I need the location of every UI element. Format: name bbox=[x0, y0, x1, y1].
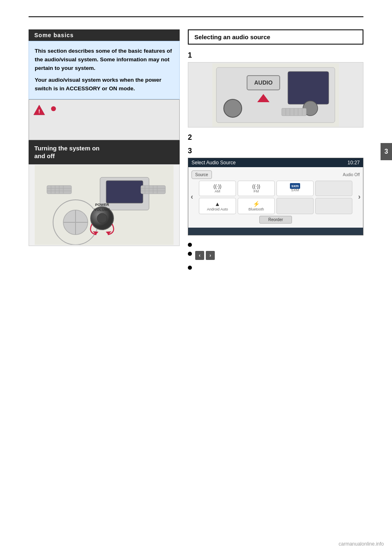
svg-text:!: ! bbox=[38, 108, 40, 114]
svg-text:AUDIO: AUDIO bbox=[254, 79, 272, 86]
warning-icon: ! bbox=[33, 104, 45, 116]
screen-empty2-btn bbox=[276, 198, 314, 214]
some-basics-header: Some basics bbox=[29, 29, 180, 41]
car-illustration: POWER VOLUME bbox=[29, 164, 180, 246]
step-1-image: AUDIO bbox=[188, 62, 363, 128]
turn-header-line1: Turning the system on bbox=[34, 145, 100, 152]
screen-sxm-btn[interactable]: sxm SXM bbox=[276, 181, 314, 196]
left-column: Some basics This section describes some … bbox=[29, 29, 180, 273]
screen-empty-btn bbox=[315, 181, 352, 196]
svg-rect-34 bbox=[288, 72, 329, 104]
screen-android-label: Android Auto bbox=[201, 207, 234, 211]
screen-header-bar: Select Audio Source 10:27 bbox=[188, 158, 363, 167]
screen-fm-btn[interactable]: ((·)) FM bbox=[238, 181, 275, 196]
screen-fm-label: FM bbox=[240, 189, 273, 193]
step-3-container: 3 Select Audio Source 10:27 bbox=[188, 147, 363, 235]
step-2-container: 2 bbox=[188, 133, 363, 142]
screen-title-text: Select Audio Source bbox=[192, 160, 236, 166]
screen-reorder-btn[interactable]: Reorder bbox=[259, 216, 292, 224]
screen-source-label: Source bbox=[195, 172, 208, 177]
screen-empty3-btn bbox=[315, 198, 352, 214]
left-arrow-btn[interactable]: ‹ bbox=[195, 251, 204, 260]
page-number-tab: 3 bbox=[381, 143, 392, 160]
warning-text bbox=[51, 105, 174, 113]
audio-source-header: Selecting an audio source bbox=[188, 29, 363, 45]
screen-audio-off: Audio Off bbox=[343, 172, 360, 177]
step-1-number: 1 bbox=[188, 51, 363, 60]
some-basics-title: Some basics bbox=[34, 32, 74, 38]
step-2-number: 2 bbox=[188, 133, 363, 142]
screen-body: Source Audio Off ‹ ((·)) AM bbox=[188, 167, 363, 228]
info-box: This section describes some of the basic… bbox=[29, 41, 180, 99]
main-content: Some basics This section describes some … bbox=[29, 29, 363, 273]
screen-right-arrow[interactable]: › bbox=[358, 192, 361, 201]
page-container: Some basics This section describes some … bbox=[0, 0, 392, 555]
svg-point-10 bbox=[97, 213, 107, 223]
page-number-text: 3 bbox=[385, 148, 388, 155]
screen-sxm-label: SXM bbox=[278, 188, 312, 192]
svg-rect-8 bbox=[106, 181, 143, 203]
top-rule bbox=[29, 16, 363, 17]
bullet-section: ‹ › bbox=[188, 241, 363, 270]
screen-android-btn[interactable]: ▲ Android Auto bbox=[199, 198, 236, 214]
step-3-screen: Select Audio Source 10:27 Source bbox=[188, 158, 363, 235]
nav-arrows: ‹ › bbox=[195, 251, 215, 260]
right-arrow-btn[interactable]: › bbox=[206, 251, 215, 260]
bullet-dot-1 bbox=[188, 243, 192, 247]
bullet-2: ‹ › bbox=[188, 250, 363, 261]
screen-reorder-container: Reorder bbox=[192, 216, 360, 224]
info-paragraph-2: Your audio/visual system works when the … bbox=[35, 76, 174, 93]
screen-subtitle-row: Source Audio Off bbox=[192, 170, 360, 179]
turn-section-header: Turning the system on and off bbox=[29, 140, 180, 164]
screen-left-arrow[interactable]: ‹ bbox=[191, 192, 193, 201]
svg-text:POWER: POWER bbox=[95, 203, 109, 207]
bullet-dot-2 bbox=[188, 252, 192, 256]
bullet-1 bbox=[188, 241, 363, 247]
step-3-number: 3 bbox=[188, 147, 363, 155]
bullet-3 bbox=[188, 264, 363, 270]
svg-text:VOLUME: VOLUME bbox=[94, 208, 110, 212]
turn-header-line2: and off bbox=[34, 152, 55, 159]
step-1-container: 1 AUDIO bbox=[188, 51, 363, 128]
screen-time: 10:27 bbox=[347, 160, 360, 166]
turn-section: Turning the system on and off bbox=[29, 140, 180, 246]
screen-am-btn[interactable]: ((·)) AM bbox=[199, 181, 236, 196]
info-paragraph-1: This section describes some of the basic… bbox=[35, 47, 174, 73]
svg-point-35 bbox=[224, 99, 242, 117]
watermark: carmanualonline.info bbox=[339, 541, 384, 547]
bullet-2-content: ‹ › bbox=[195, 250, 215, 261]
screen-bluetooth-label: Bluetooth bbox=[240, 207, 273, 211]
right-column: Selecting an audio source 1 AUDIO bbox=[188, 29, 363, 273]
audio-source-title: Selecting an audio source bbox=[194, 34, 270, 40]
screen-am-label: AM bbox=[201, 189, 234, 193]
warning-box: ! bbox=[29, 99, 180, 140]
screen-source-btn[interactable]: Source bbox=[192, 170, 212, 179]
screen-bluetooth-btn[interactable]: ⚡ Bluetooth bbox=[238, 198, 275, 214]
bullet-dot-3 bbox=[188, 266, 192, 270]
